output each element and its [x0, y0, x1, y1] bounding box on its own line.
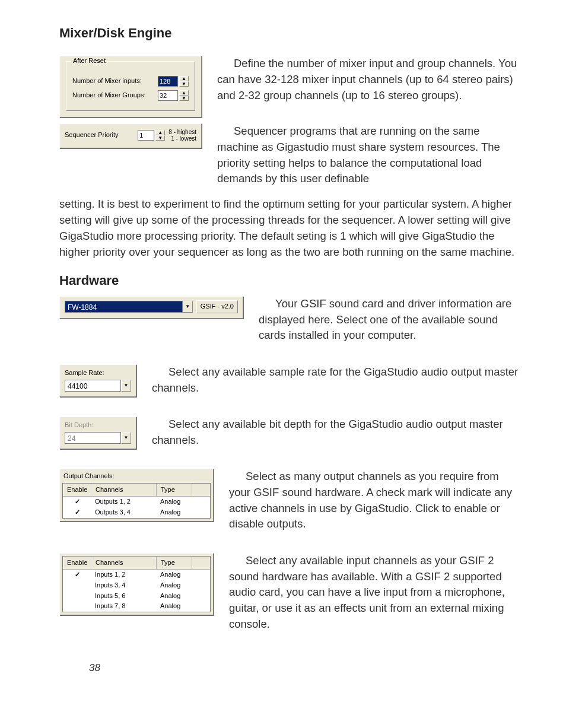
- mixer-groups-spin-down[interactable]: ▼: [179, 96, 189, 101]
- input-enable-cell[interactable]: [63, 580, 91, 591]
- mixer-groups-label: Number of Mixer Groups:: [72, 91, 158, 100]
- input-channels-list[interactable]: Enable Channels Type ✓ Inputs 1, 2 Analo…: [62, 556, 211, 613]
- sequencer-paragraph-b: setting. It is best to experiment to fin…: [59, 196, 519, 260]
- output-col-enable[interactable]: Enable: [63, 484, 91, 496]
- input-col-enable[interactable]: Enable: [63, 557, 91, 569]
- output-col-type[interactable]: Type: [157, 484, 192, 496]
- mixer-groups-spin-up[interactable]: ▲: [179, 90, 189, 96]
- sequencer-paragraph-a: Sequencer programs that are running on t…: [217, 123, 519, 187]
- mixer-groups-field[interactable]: [158, 90, 178, 101]
- output-col-channels[interactable]: Channels: [91, 484, 157, 496]
- sample-rate-combo[interactable]: 44100: [65, 380, 121, 392]
- sequencer-priority-label: Sequencer Priority: [65, 131, 138, 140]
- bit-depth-label: Bit Depth:: [65, 421, 131, 430]
- bit-depth-dropdown-button[interactable]: ▼: [121, 432, 131, 444]
- output-row-type: Analog: [157, 497, 192, 507]
- after-reset-panel: After Reset Number of Mixer inputs: ▲ ▼ …: [59, 56, 202, 117]
- input-row-type: Analog: [157, 580, 192, 591]
- mixer-inputs-spin-down[interactable]: ▼: [179, 81, 189, 87]
- sequencer-priority-field[interactable]: [138, 130, 154, 141]
- sequencer-priority-legend: 8 - highest 1 - lowest: [168, 129, 196, 142]
- bit-depth-paragraph: Select any available bit depth for the G…: [152, 417, 519, 449]
- bit-depth-panel: Bit Depth: 24 ▼: [59, 417, 136, 449]
- input-col-type[interactable]: Type: [157, 557, 192, 569]
- input-col-channels[interactable]: Channels: [91, 557, 157, 569]
- output-row-channels: Outputs 3, 4: [91, 507, 157, 518]
- gsif-card-paragraph: Your GSIF sound card and driver informat…: [259, 296, 519, 344]
- output-enable-check-icon[interactable]: ✓: [63, 497, 91, 507]
- output-row[interactable]: ✓ Outputs 3, 4 Analog: [63, 507, 210, 518]
- input-channels-panel: Enable Channels Type ✓ Inputs 1, 2 Analo…: [59, 553, 214, 616]
- input-row-channels: Inputs 1, 2: [91, 570, 157, 580]
- sequencer-priority-panel: Sequencer Priority ▲ ▼ 8 - highest 1 - l…: [59, 123, 202, 148]
- input-row[interactable]: ✓ Inputs 1, 2 Analog: [63, 570, 210, 580]
- input-enable-cell[interactable]: [63, 601, 91, 612]
- output-channels-list[interactable]: Enable Channels Type ✓ Outputs 1, 2 Anal…: [62, 483, 211, 519]
- sequencer-priority-legend-high: 8 - highest: [168, 129, 196, 135]
- sequencer-priority-spin-up[interactable]: ▲: [155, 130, 165, 135]
- input-row-type: Analog: [157, 591, 192, 602]
- input-row-channels: Inputs 7, 8: [91, 601, 157, 612]
- sequencer-priority-legend-low: 1 - lowest: [168, 135, 196, 142]
- input-row[interactable]: Inputs 3, 4 Analog: [63, 580, 210, 591]
- output-row-channels: Outputs 1, 2: [91, 497, 157, 507]
- gsif-device-dropdown-button[interactable]: ▼: [183, 301, 193, 313]
- gsif-card-panel: FW-1884 ▼ GSIF - v2.0: [59, 296, 243, 319]
- sample-rate-dropdown-button[interactable]: ▼: [121, 380, 131, 392]
- output-enable-check-icon[interactable]: ✓: [63, 507, 91, 518]
- mixer-inputs-label: Number of Mixer inputs:: [72, 77, 158, 86]
- page-number: 38: [89, 661, 519, 676]
- gsif-device-combo[interactable]: FW-1884: [65, 301, 183, 313]
- output-row[interactable]: ✓ Outputs 1, 2 Analog: [63, 497, 210, 507]
- sample-rate-label: Sample Rate:: [65, 368, 131, 378]
- input-row[interactable]: Inputs 5, 6 Analog: [63, 591, 210, 602]
- input-row-channels: Inputs 3, 4: [91, 580, 157, 591]
- after-reset-group-title: After Reset: [71, 56, 107, 66]
- input-row-type: Analog: [157, 570, 192, 580]
- input-channels-paragraph: Select any available input channels as y…: [229, 553, 519, 632]
- output-channels-title: Output Channels:: [63, 472, 211, 481]
- sample-rate-panel: Sample Rate: 44100 ▼: [59, 364, 136, 397]
- mixer-inputs-spin-up[interactable]: ▲: [179, 76, 189, 81]
- mixer-disk-engine-heading: Mixer/Disk Engine: [59, 24, 519, 43]
- input-row-channels: Inputs 5, 6: [91, 591, 157, 602]
- hardware-heading: Hardware: [59, 271, 519, 290]
- output-channels-panel: Output Channels: Enable Channels Type ✓ …: [59, 469, 214, 522]
- output-row-type: Analog: [157, 507, 192, 518]
- mixer-inputs-field[interactable]: [158, 76, 178, 87]
- bit-depth-combo[interactable]: 24: [65, 432, 121, 444]
- input-enable-check-icon[interactable]: ✓: [63, 570, 91, 580]
- sequencer-priority-spin-down[interactable]: ▼: [155, 135, 165, 141]
- input-enable-cell[interactable]: [63, 591, 91, 602]
- gsif-version-badge: GSIF - v2.0: [196, 300, 238, 313]
- input-row-type: Analog: [157, 601, 192, 612]
- output-channels-paragraph: Select as many output channels as you re…: [229, 469, 519, 532]
- sample-rate-paragraph: Select any available sample rate for the…: [152, 364, 519, 396]
- input-row[interactable]: Inputs 7, 8 Analog: [63, 601, 210, 612]
- mixer-inputs-paragraph: Define the number of mixer input and gro…: [217, 56, 519, 103]
